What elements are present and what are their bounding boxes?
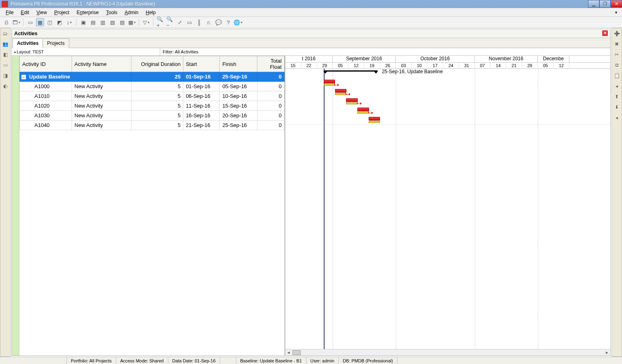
level-icon[interactable]: ▤ [89,18,97,26]
menu-edit[interactable]: Edit [17,9,32,16]
menu-enterprise[interactable]: Enterprise [73,9,102,16]
app-icon [2,1,8,7]
reflect-icon[interactable]: ▧ [108,18,117,26]
layout-dropdown-icon[interactable]: ↕ [65,18,73,26]
menu-view[interactable]: View [33,9,50,16]
menu-help[interactable]: Help [142,9,159,16]
store-period-icon[interactable]: ▩ [128,18,136,26]
layout-gantt-icon[interactable]: ◫ [46,18,54,26]
menu-file[interactable]: File [2,9,17,16]
toolbar: ⎙ 🗔 ▭ ▦ ◫ ◩ ↕ ▣ ▤ ▥ ▧ ▨ ▩ ▽ 🔍+ 🔍− ⤢ ▭ ║ … [0,17,622,28]
filter-icon[interactable]: ▽ [142,18,150,26]
minimize-button[interactable]: ▁ [588,0,599,8]
window-title: Primavera P6 Professional R16.1 : NEWPRO… [10,1,588,7]
window-titlebar: Primavera P6 Professional R16.1 : NEWPRO… [0,0,622,8]
close-button[interactable]: ✕ [611,0,622,8]
sight-lines-icon[interactable]: ║ [195,18,203,26]
menu-bar: File Edit View Project Enterprise Tools … [0,8,622,17]
menu-project[interactable]: Project [51,9,72,16]
recalc-icon[interactable]: ▥ [99,18,107,26]
zoom-out-icon[interactable]: 🔍− [166,18,174,26]
refresh-icon[interactable]: 🌐 [234,18,242,26]
window-buttons: ▁ ❐ ✕ [588,0,622,8]
layout-trace-icon[interactable]: ◩ [55,18,64,26]
help-icon[interactable]: ? [224,18,232,26]
menu-admin[interactable]: Admin [121,9,142,16]
publish-icon[interactable]: ▨ [118,18,126,26]
spotlight-icon[interactable]: 💬 [214,18,223,26]
zoom-fit-icon[interactable]: ⤢ [176,18,184,26]
print-icon[interactable]: ⎙ [2,18,11,26]
relationships-icon[interactable]: ⎌ [205,18,213,26]
menu-overflow[interactable]: ▾ [613,10,620,15]
layout-activity-icon[interactable]: ▦ [36,18,44,26]
menu-tools[interactable]: Tools [103,9,121,16]
print-preview-icon[interactable]: 🗔 [12,18,20,26]
schedule-icon[interactable]: ▣ [79,18,87,26]
zoom-in-icon[interactable]: 🔍+ [156,18,164,26]
maximize-button[interactable]: ❐ [599,0,611,8]
layout-open-icon[interactable]: ▭ [26,18,34,26]
progress-line-icon[interactable]: ▭ [185,18,193,26]
